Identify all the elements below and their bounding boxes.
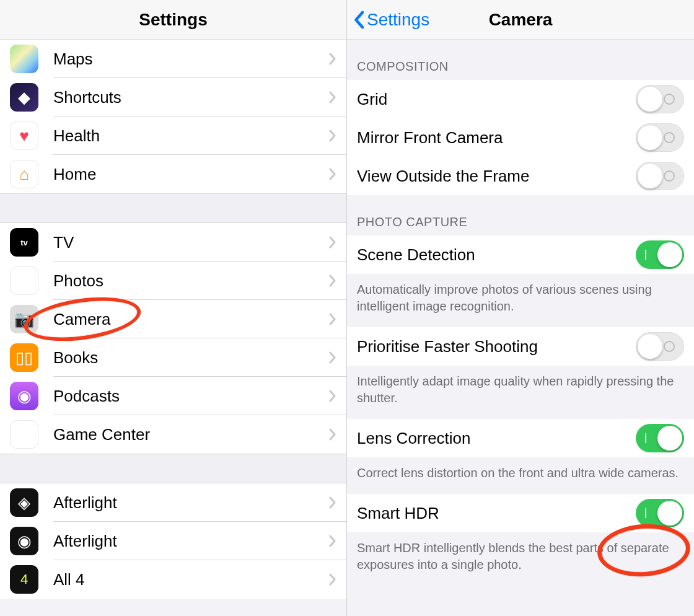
setting-row-mirror: Mirror Front Camera (347, 118, 694, 157)
setting-row-fastershoot: Prioritise Faster Shooting (347, 327, 694, 366)
camera-nav-bar: Settings Camera (347, 0, 694, 40)
camera-icon: 📷 (10, 305, 38, 333)
toggle-mirror[interactable] (636, 123, 684, 152)
chevron-right-icon (329, 351, 336, 364)
all4-icon: 4 (10, 565, 38, 594)
podcasts-icon: ◉ (10, 382, 38, 410)
setting-footer: Correct lens distortion on the front and… (347, 457, 694, 494)
settings-row-afterlight2[interactable]: ◉Afterlight (0, 522, 346, 560)
setting-footer: Smart HDR intelligently blends the best … (347, 532, 694, 586)
settings-row-shortcuts[interactable]: ◆Shortcuts (0, 78, 346, 117)
settings-row-all4[interactable]: 4All 4 (0, 560, 346, 599)
settings-row-maps[interactable]: Maps (0, 40, 346, 78)
setting-label: Grid (357, 90, 636, 109)
settings-row-label: Game Center (53, 425, 329, 444)
settings-row-health[interactable]: ♥Health (0, 117, 346, 155)
settings-nav-bar: Settings (0, 0, 346, 40)
toggle-grid[interactable] (636, 85, 684, 113)
setting-label: View Outside the Frame (357, 167, 636, 186)
afterlight2-icon: ◉ (10, 527, 38, 555)
settings-row-label: Home (53, 165, 329, 184)
setting-footer: Automatically improve photos of various … (347, 274, 694, 327)
toggle-scenedetect[interactable] (636, 240, 684, 269)
settings-row-camera[interactable]: 📷Camera (0, 300, 346, 338)
toggle-smarthdr[interactable] (636, 499, 684, 527)
back-button[interactable]: Settings (353, 10, 429, 30)
chevron-right-icon (329, 390, 336, 402)
settings-row-label: Shortcuts (53, 88, 329, 107)
afterlight1-icon: ◈ (10, 488, 38, 517)
setting-row-scenedetect: Scene Detection (347, 235, 694, 274)
settings-row-gamecenter[interactable]: ●●Game Center (0, 415, 346, 454)
setting-label: Scene Detection (357, 245, 636, 265)
tv-icon: tv (10, 228, 38, 257)
chevron-right-icon (329, 236, 336, 249)
gamecenter-icon: ●● (10, 420, 38, 449)
camera-title: Camera (489, 10, 553, 30)
settings-row-podcasts[interactable]: ◉Podcasts (0, 377, 346, 415)
settings-row-tv[interactable]: tvTV (0, 223, 346, 262)
setting-footer: Intelligently adapt image quality when r… (347, 366, 694, 419)
chevron-right-icon (329, 535, 336, 547)
maps-icon (10, 45, 38, 73)
health-icon: ♥ (10, 121, 38, 150)
chevron-right-icon (329, 496, 336, 509)
settings-row-afterlight1[interactable]: ◈Afterlight (0, 483, 346, 522)
setting-row-viewoutside: View Outside the Frame (347, 157, 694, 195)
section-header: PHOTO CAPTURE (347, 195, 694, 235)
chevron-right-icon (329, 168, 336, 180)
setting-row-smarthdr: Smart HDR (347, 494, 694, 532)
settings-row-label: Photos (53, 271, 329, 291)
settings-row-label: All 4 (53, 570, 329, 589)
settings-row-label: Books (53, 348, 329, 367)
settings-row-label: Health (53, 126, 329, 146)
setting-label: Mirror Front Camera (357, 128, 636, 147)
camera-detail-pane: Settings Camera COMPOSITIONGridMirror Fr… (347, 0, 694, 616)
setting-row-grid: Grid (347, 80, 694, 118)
home-icon: ⌂ (10, 160, 38, 188)
setting-row-lenscorrect: Lens Correction (347, 419, 694, 457)
chevron-right-icon (329, 573, 336, 586)
settings-row-label: Afterlight (53, 493, 329, 513)
toggle-fastershoot[interactable] (636, 332, 684, 361)
back-label: Settings (367, 10, 429, 30)
chevron-right-icon (329, 53, 336, 65)
toggle-viewoutside[interactable] (636, 162, 684, 190)
settings-list-pane: Settings Maps◆Shortcuts♥Health⌂HometvTV✿… (0, 0, 347, 616)
chevron-right-icon (329, 275, 336, 287)
settings-row-label: Maps (53, 50, 329, 69)
settings-row-label: Camera (53, 310, 329, 329)
settings-row-books[interactable]: ▯▯Books (0, 338, 346, 377)
toggle-lenscorrect[interactable] (636, 424, 684, 452)
setting-label: Lens Correction (357, 429, 636, 448)
setting-label: Smart HDR (357, 504, 636, 523)
photos-icon: ✿ (10, 266, 38, 295)
chevron-right-icon (329, 428, 336, 441)
settings-row-label: Podcasts (53, 387, 329, 406)
settings-title: Settings (139, 10, 207, 30)
settings-row-photos[interactable]: ✿Photos (0, 262, 346, 300)
chevron-right-icon (329, 91, 336, 103)
settings-row-label: TV (53, 233, 329, 252)
settings-row-label: Afterlight (53, 532, 329, 551)
settings-row-home[interactable]: ⌂Home (0, 155, 346, 193)
chevron-right-icon (329, 313, 336, 325)
setting-label: Prioritise Faster Shooting (357, 337, 636, 356)
section-header: COMPOSITION (347, 40, 694, 80)
shortcuts-icon: ◆ (10, 83, 38, 112)
chevron-right-icon (329, 130, 336, 142)
books-icon: ▯▯ (10, 343, 38, 372)
